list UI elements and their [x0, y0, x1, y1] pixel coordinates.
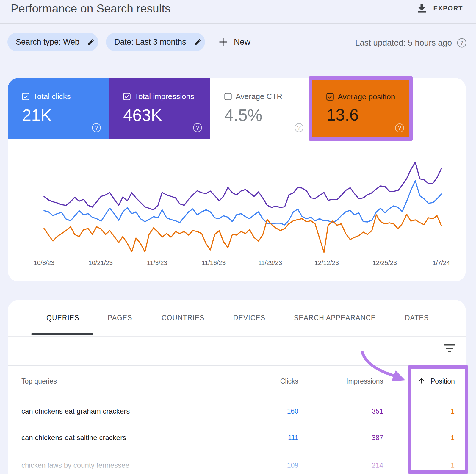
svg-text:?: ?: [460, 40, 463, 46]
